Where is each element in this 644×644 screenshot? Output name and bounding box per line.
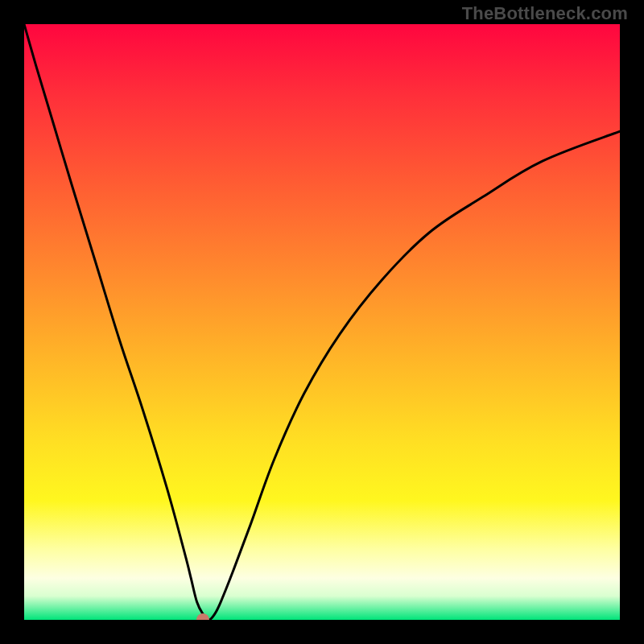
watermark-text: TheBottleneck.com (462, 3, 628, 24)
bottleneck-curve (24, 24, 620, 620)
curve-svg (24, 24, 620, 620)
plot-area (24, 24, 620, 620)
chart-container: TheBottleneck.com (0, 0, 644, 644)
